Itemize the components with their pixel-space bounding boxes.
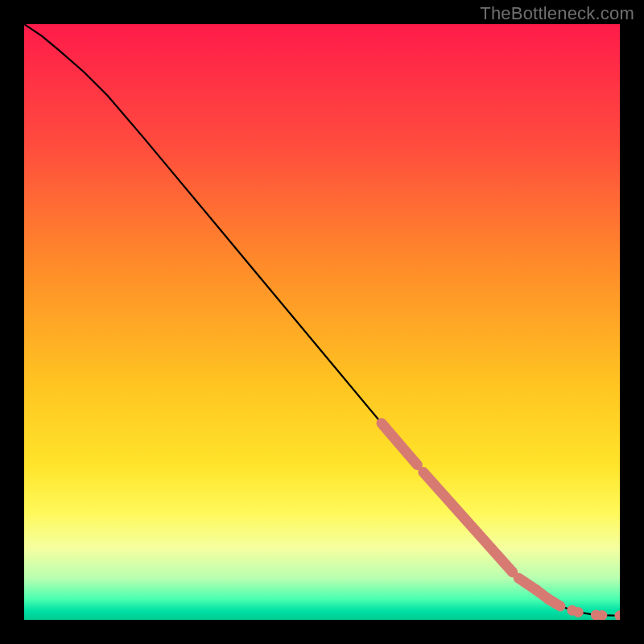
highlight-dot (573, 607, 584, 617)
attribution-label: TheBottleneck.com (480, 3, 634, 24)
plot-area (24, 24, 620, 620)
chart-svg (24, 24, 620, 620)
gradient-background (24, 24, 620, 620)
highlight-segment (548, 599, 560, 606)
chart-frame: TheBottleneck.com (0, 0, 644, 644)
